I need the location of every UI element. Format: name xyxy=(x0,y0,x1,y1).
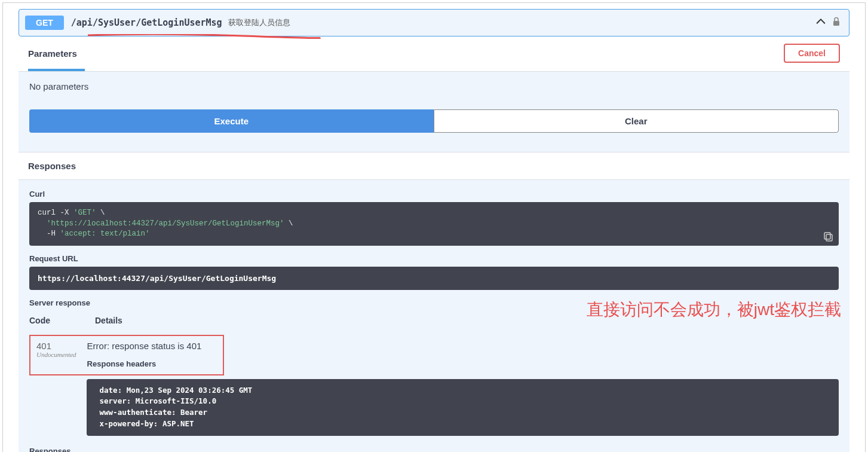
method-badge: GET xyxy=(25,16,64,30)
responses-body: Curl curl -X 'GET' \ 'https://localhost:… xyxy=(19,180,849,452)
server-response-label: Server response xyxy=(29,298,839,307)
lock-icon[interactable] xyxy=(832,17,841,26)
parameters-header: Parameters Cancel xyxy=(19,36,849,63)
parameters-title: Parameters xyxy=(28,48,77,59)
copy-icon[interactable] xyxy=(823,231,834,242)
responses-header: Responses xyxy=(19,152,849,180)
chevron-up-icon[interactable] xyxy=(815,16,826,27)
request-url-box: https://localhost:44327/api/SysUser/GetL… xyxy=(29,267,839,290)
details-column-header: Details xyxy=(95,316,122,325)
request-url-label: Request URL xyxy=(29,254,839,263)
response-headers-box: date: Mon,23 Sep 2024 03:26:45 GMT serve… xyxy=(87,379,839,436)
svg-rect-0 xyxy=(833,21,839,26)
response-401-highlight: 401 Undocumented Error: response status … xyxy=(29,335,224,375)
clear-button[interactable]: Clear xyxy=(434,109,839,133)
cancel-button[interactable]: Cancel xyxy=(784,44,840,63)
svg-rect-1 xyxy=(826,234,832,241)
execute-button[interactable]: Execute xyxy=(29,109,434,133)
svg-rect-2 xyxy=(824,233,830,239)
response-code: 401 xyxy=(36,341,76,351)
endpoint-path: /api/SysUser/GetLoginUserMsg xyxy=(71,17,222,28)
undocumented-label: Undocumented xyxy=(36,351,76,358)
curl-code-block: curl -X 'GET' \ 'https://localhost:44327… xyxy=(29,202,839,246)
code-column-header: Code xyxy=(29,316,77,325)
parameters-body: No parameters Execute Clear xyxy=(19,72,849,152)
no-parameters-text: No parameters xyxy=(29,81,839,91)
responses-label-2: Responses xyxy=(29,447,839,453)
endpoint-summary: 获取登陆人员信息 xyxy=(228,17,290,28)
annotation-underline xyxy=(88,34,321,39)
operation-header[interactable]: GET /api/SysUser/GetLoginUserMsg 获取登陆人员信… xyxy=(19,9,849,36)
response-headers-label: Response headers xyxy=(87,359,202,368)
curl-label: Curl xyxy=(29,190,839,198)
error-message: Error: response status is 401 xyxy=(87,341,202,351)
